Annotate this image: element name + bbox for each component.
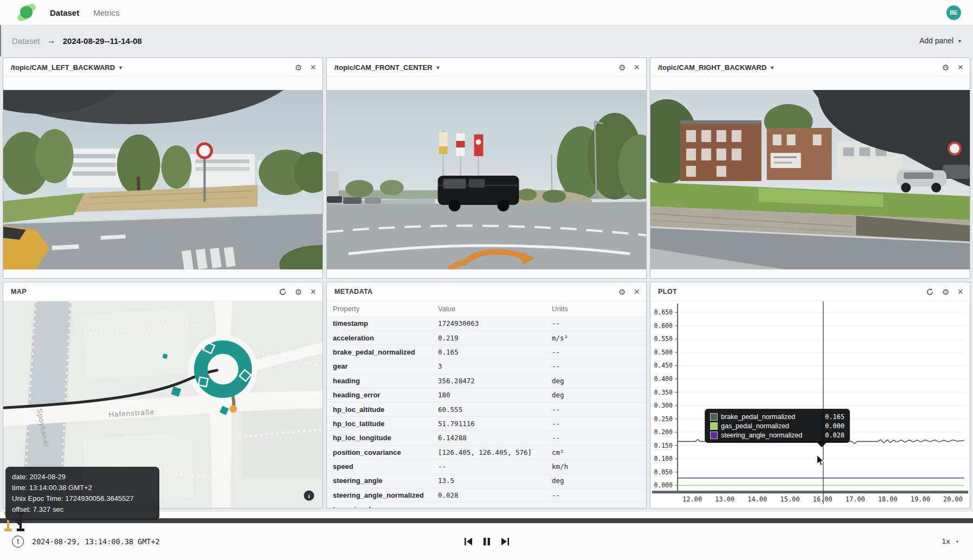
close-icon[interactable]: × [634, 62, 640, 72]
camera-topic-select[interactable]: /topic/CAM_LEFT_BACKWARD ▾ [11, 63, 122, 72]
skip-to-end-button[interactable] [499, 536, 511, 548]
pause-button[interactable] [481, 536, 493, 548]
close-icon[interactable]: × [310, 62, 316, 72]
svg-text:0.550: 0.550 [654, 335, 673, 343]
tooltip-series-row: gas_pedal_normalized0.000 [710, 421, 845, 430]
table-row: steering_angle13.5deg [327, 473, 646, 487]
table-row: heading356.28472deg [327, 374, 646, 388]
table-row: hp_loc_longitude6.14288-- [327, 430, 646, 445]
refresh-icon[interactable] [279, 288, 287, 296]
svg-text:0.600: 0.600 [654, 322, 673, 330]
table-row: steering_angle_normalized0.028-- [327, 488, 646, 502]
svg-text:0.150: 0.150 [654, 442, 673, 449]
camera-image-right-backward [650, 90, 970, 269]
camera-topic-select[interactable]: /topic/CAM_RIGHT_BACKWARD ▾ [658, 63, 774, 72]
svg-text:0.400: 0.400 [654, 375, 673, 383]
gear-icon[interactable]: ⚙ [618, 63, 626, 72]
svg-text:18.00: 18.00 [878, 495, 898, 503]
app-logo[interactable] [18, 4, 35, 21]
tab-dataset[interactable]: Dataset [50, 8, 79, 17]
playhead-tooltip: date: 2024-08-29time: 13:14:00.38 GMT+2U… [5, 467, 159, 520]
playback-timestamp: 2024-08-29, 13:14:00.38 GMT+2 [32, 537, 160, 546]
panel-title: METADATA [334, 288, 373, 295]
svg-text:13.00: 13.00 [715, 495, 734, 503]
camera-topic-label: /topic/CAM_LEFT_BACKWARD [11, 63, 115, 72]
topbar: Dataset Metrics BE [0, 0, 973, 25]
panel-header: /topic/CAM_FRONT_CENTER ▾ ⚙ × [327, 58, 646, 77]
panel-title: PLOT [658, 288, 677, 295]
tab-metrics[interactable]: Metrics [93, 8, 119, 17]
gear-icon[interactable]: ⚙ [295, 63, 302, 72]
panel-grid: /topic/CAM_LEFT_BACKWARD ▾ ⚙ × [0, 56, 973, 512]
table-row: gear3-- [327, 359, 646, 373]
table-row: hp_loc_altitude60.555-- [327, 402, 646, 416]
camera-image-left-backward [3, 90, 323, 269]
add-panel-button[interactable]: Add panel ▾ [919, 36, 961, 45]
info-icon: i [308, 493, 310, 499]
camera-topic-label: /topic/CAM_FRONT_CENTER [334, 63, 433, 72]
panel-header: METADATA ⚙ × [327, 282, 646, 301]
gear-icon[interactable]: ⚙ [942, 63, 949, 72]
app-window: Dataset Metrics BE Dataset → 2024-08-29-… [0, 0, 973, 560]
svg-text:20.00: 20.00 [943, 495, 963, 503]
close-icon[interactable]: × [957, 62, 963, 72]
camera-topic-select[interactable]: /topic/CAM_FRONT_CENTER ▾ [334, 63, 440, 72]
table-row: position_covariance[126.405, 126.405, 57… [327, 445, 646, 459]
plot-area[interactable]: 0.0000.0500.1000.1500.2000.2500.3000.350… [650, 301, 970, 508]
svg-text:0.100: 0.100 [654, 455, 673, 462]
table-row: acceleration0.219m/s² [327, 330, 646, 344]
playback-controls [462, 536, 511, 548]
mouse-cursor-icon [816, 455, 826, 466]
panel-header: MAP ⚙ × [3, 282, 323, 301]
close-icon[interactable]: × [957, 287, 963, 297]
alert-icon[interactable]: ! [12, 536, 24, 548]
camera-view [650, 77, 970, 278]
svg-text:0.200: 0.200 [654, 428, 673, 436]
breadcrumb-arrow-icon: → [47, 36, 56, 46]
chevron-down-icon: ▾ [437, 65, 440, 70]
playback-speed-select[interactable]: 1x ▾ [942, 537, 959, 545]
breadcrumb: Dataset → 2024-08-29--11-14-08 Add panel… [0, 25, 973, 56]
table-row: brake_pedal_normalized0.165-- [327, 345, 646, 359]
svg-text:0.450: 0.450 [654, 362, 673, 369]
table-row: turn_signal---- [327, 502, 646, 508]
table-row: timestamp1724930063-- [327, 316, 646, 330]
panel-title: MAP [11, 288, 27, 295]
gear-icon[interactable]: ⚙ [942, 288, 949, 296]
plot-canvas: 0.0000.0500.1000.1500.2000.2500.3000.350… [650, 301, 970, 508]
playback-speed-label: 1x [942, 537, 950, 545]
refresh-icon[interactable] [926, 288, 934, 296]
svg-text:15.00: 15.00 [780, 495, 800, 503]
gear-icon[interactable]: ⚙ [618, 288, 626, 296]
panel-plot: PLOT ⚙ × 0.0000.0500.1000.1500.2000.2500… [650, 282, 970, 508]
series-swatch [710, 432, 718, 439]
user-avatar[interactable]: BE [946, 5, 961, 20]
metadata-table: Property Value Units timestamp1724930063… [327, 301, 646, 508]
chevron-down-icon: ▾ [958, 38, 961, 44]
panel-cam-front-center: /topic/CAM_FRONT_CENTER ▾ ⚙ × [326, 57, 647, 279]
panel-header: /topic/CAM_RIGHT_BACKWARD ▾ ⚙ × [650, 58, 970, 77]
skip-to-start-button[interactable] [462, 536, 474, 548]
gear-icon[interactable]: ⚙ [295, 288, 302, 296]
svg-text:0.350: 0.350 [654, 389, 673, 396]
close-icon[interactable]: × [634, 287, 640, 297]
chevron-down-icon: ▾ [771, 65, 774, 70]
camera-image-front-center [327, 90, 646, 269]
table-row: heading_error180deg [327, 388, 646, 402]
metadata-table-body: timestamp1724930063--acceleration0.219m/… [327, 316, 646, 508]
plot-hover-tooltip: brake_pedal_normalized0.165gas_pedal_nor… [705, 409, 850, 443]
tooltip-series-row: brake_pedal_normalized0.165 [710, 412, 845, 421]
column-header-property: Property [327, 305, 438, 313]
panel-header: /topic/CAM_LEFT_BACKWARD ▾ ⚙ × [3, 58, 323, 77]
table-row: speed--km/h [327, 459, 646, 473]
breadcrumb-current: 2024-08-29--11-14-08 [63, 36, 142, 46]
svg-text:12.00: 12.00 [682, 495, 702, 503]
map-info-button[interactable]: i [304, 491, 314, 501]
camera-view [327, 77, 646, 278]
chevron-down-icon: ▾ [119, 65, 122, 70]
svg-text:19.00: 19.00 [911, 495, 930, 503]
breadcrumb-root[interactable]: Dataset [12, 36, 40, 46]
svg-text:0.650: 0.650 [654, 308, 673, 316]
close-icon[interactable]: × [310, 287, 316, 297]
camera-view [3, 77, 323, 278]
